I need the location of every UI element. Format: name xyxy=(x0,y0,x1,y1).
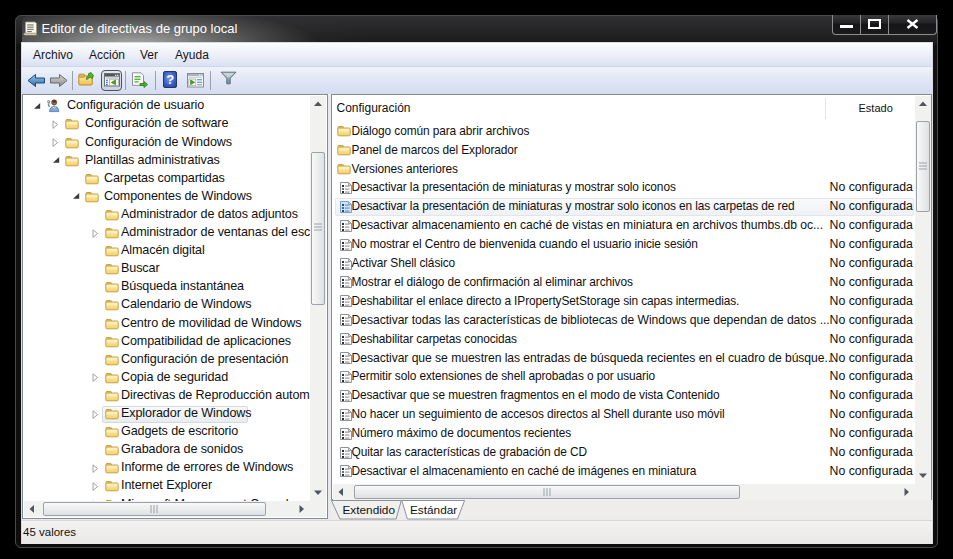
svg-text:Extendido: Extendido xyxy=(343,503,396,517)
svg-text:?: ? xyxy=(166,72,174,87)
svg-text:Estándar: Estándar xyxy=(410,503,457,517)
